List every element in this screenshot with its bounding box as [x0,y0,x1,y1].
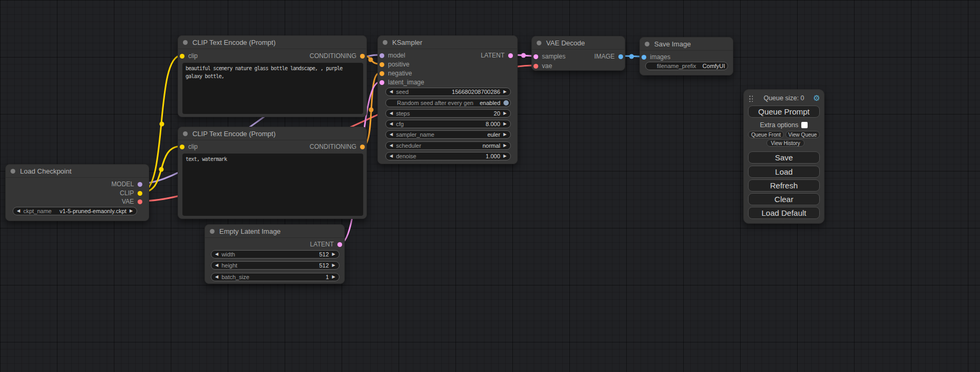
collapse-dot-icon[interactable] [210,229,215,234]
ckpt-name-widget[interactable]: ◀ ckpt_name v1-5-pruned-emaonly.ckpt ▶ [13,207,137,215]
latent-port-icon[interactable] [508,53,513,58]
node-save-image[interactable]: Save Image images filename_prefix ComfyU… [639,37,733,75]
queue-front-button[interactable]: Queue Front [748,131,784,138]
collapse-dot-icon[interactable] [537,41,541,45]
node-header[interactable]: CLIP Text Encode (Prompt) [178,36,366,49]
conditioning-port-icon[interactable] [380,71,384,76]
vae-port-icon[interactable] [138,199,142,204]
clear-button[interactable]: Clear [748,193,820,205]
increment-arrow-icon[interactable]: ▶ [332,252,335,256]
increment-arrow-icon[interactable]: ▶ [503,132,507,137]
extra-options-label: Extra options [760,121,799,129]
node-header[interactable]: KSampler [378,36,517,49]
decrement-arrow-icon[interactable]: ◀ [390,111,393,116]
node-header[interactable]: Save Image [640,37,733,51]
extra-options-row: Extra options [744,121,824,129]
view-history-button[interactable]: View History [766,139,804,147]
extra-options-checkbox[interactable] [801,122,808,128]
slot-label: model [388,52,405,59]
view-queue-button[interactable]: View Queue [785,131,820,138]
clip-port-icon[interactable] [138,191,142,196]
node-header[interactable]: VAE Decode [532,36,625,50]
increment-arrow-icon[interactable]: ▶ [130,209,133,213]
node-header[interactable]: Empty Latent Image [205,225,344,238]
increment-arrow-icon[interactable]: ▶ [503,122,507,126]
model-port-icon[interactable] [138,182,142,187]
save-button[interactable]: Save [748,151,820,164]
node-vae-decode[interactable]: VAE Decode samples IMAGE vae [531,36,625,71]
widget-label: batch_size [221,274,249,280]
collapse-dot-icon[interactable] [645,42,649,46]
decrement-arrow-icon[interactable]: ◀ [390,132,393,137]
refresh-button[interactable]: Refresh [748,179,820,192]
node-title: Load Checkpoint [20,167,72,175]
slot-label: CONDITIONING [309,143,356,150]
model-port-icon[interactable] [380,53,384,58]
node-header[interactable]: CLIP Text Encode (Prompt) [178,127,366,140]
latent-port-icon[interactable] [533,54,538,59]
decrement-arrow-icon[interactable]: ◀ [17,209,20,213]
width-widget[interactable]: ◀ width 512 ▶ [211,250,339,259]
node-graph-canvas[interactable]: Load Checkpoint MODEL CLIP VAE ◀ ckpt_na… [0,0,980,372]
decrement-arrow-icon[interactable]: ◀ [215,275,218,279]
sampler-name-widget[interactable]: ◀ sampler_name euler ▶ [385,130,511,139]
decrement-arrow-icon[interactable]: ◀ [215,252,218,256]
node-ksampler[interactable]: KSampler model positive negative latent_… [377,35,518,164]
queue-panel[interactable]: Queue size: 0 ⚙ Queue Prompt Extra optio… [743,89,824,224]
height-widget[interactable]: ◀ height 512 ▶ [211,261,339,270]
node-header[interactable]: Load Checkpoint [6,165,149,178]
latent-port-icon[interactable] [337,242,342,247]
collapse-dot-icon[interactable] [183,131,188,136]
latent-port-icon[interactable] [380,80,384,85]
scheduler-widget[interactable]: ◀ scheduler normal ▶ [385,141,511,150]
output-slot-conditioning: CONDITIONING [309,142,365,151]
widget-label: denoise [396,153,416,159]
conditioning-port-icon[interactable] [360,54,365,59]
widget-value: 1 [256,274,329,280]
decrement-arrow-icon[interactable]: ◀ [390,122,393,126]
clip-port-icon[interactable] [180,145,185,149]
decrement-arrow-icon[interactable]: ◀ [390,144,393,148]
collapse-dot-icon[interactable] [11,169,15,174]
node-load-checkpoint[interactable]: Load Checkpoint MODEL CLIP VAE ◀ ckpt_na… [5,164,149,221]
queue-prompt-button[interactable]: Queue Prompt [748,106,820,118]
decrement-arrow-icon[interactable]: ◀ [215,263,218,268]
link-dot [368,58,373,62]
decrement-arrow-icon[interactable]: ◀ [390,90,393,94]
increment-arrow-icon[interactable]: ▶ [503,144,507,148]
collapse-dot-icon[interactable] [383,40,387,45]
widget-value: v1-5-pruned-emaonly.ckpt [58,208,127,214]
denoise-widget[interactable]: ◀ denoise 1.000 ▶ [385,152,511,160]
steps-widget[interactable]: ◀ steps 20 ▶ [385,109,511,118]
collapse-dot-icon[interactable] [183,40,188,45]
image-port-icon[interactable] [618,54,623,59]
conditioning-port-icon[interactable] [380,62,384,67]
image-port-icon[interactable] [642,55,646,60]
node-empty-latent-image[interactable]: Empty Latent Image LATENT ◀ width 512 ▶ … [205,224,345,284]
increment-arrow-icon[interactable]: ▶ [503,90,507,94]
vae-port-icon[interactable] [533,64,538,69]
node-clip-text-encode-negative[interactable]: CLIP Text Encode (Prompt) clip CONDITION… [178,127,367,219]
prompt-textarea[interactable]: beautiful scenery nature glass bottle la… [182,63,363,114]
prompt-textarea[interactable]: text, watermark [182,154,363,216]
filename-prefix-widget[interactable]: filename_prefix ComfyUI [645,62,728,70]
load-default-button[interactable]: Load Default [748,207,820,219]
random-seed-toggle-widget[interactable]: Random seed after every gen enabled [385,99,511,107]
increment-arrow-icon[interactable]: ▶ [332,263,335,268]
seed-widget[interactable]: ◀ seed 156680208700286 ▶ [385,88,511,96]
batch-size-widget[interactable]: ◀ batch_size 1 ▶ [211,273,339,281]
output-slot-clip: CLIP [120,189,142,197]
increment-arrow-icon[interactable]: ▶ [503,154,507,158]
widget-value: 512 [244,262,329,269]
conditioning-port-icon[interactable] [360,145,365,149]
increment-arrow-icon[interactable]: ▶ [503,111,507,116]
increment-arrow-icon[interactable]: ▶ [332,275,335,279]
drag-handle-icon[interactable] [749,95,753,102]
gear-icon[interactable]: ⚙ [813,93,820,103]
toggle-enabled-icon[interactable] [503,100,509,106]
cfg-widget[interactable]: ◀ cfg 8.000 ▶ [385,120,511,128]
clip-port-icon[interactable] [180,54,185,59]
decrement-arrow-icon[interactable]: ◀ [390,154,393,158]
node-clip-text-encode-positive[interactable]: CLIP Text Encode (Prompt) clip CONDITION… [178,35,367,117]
load-button[interactable]: Load [748,166,820,178]
